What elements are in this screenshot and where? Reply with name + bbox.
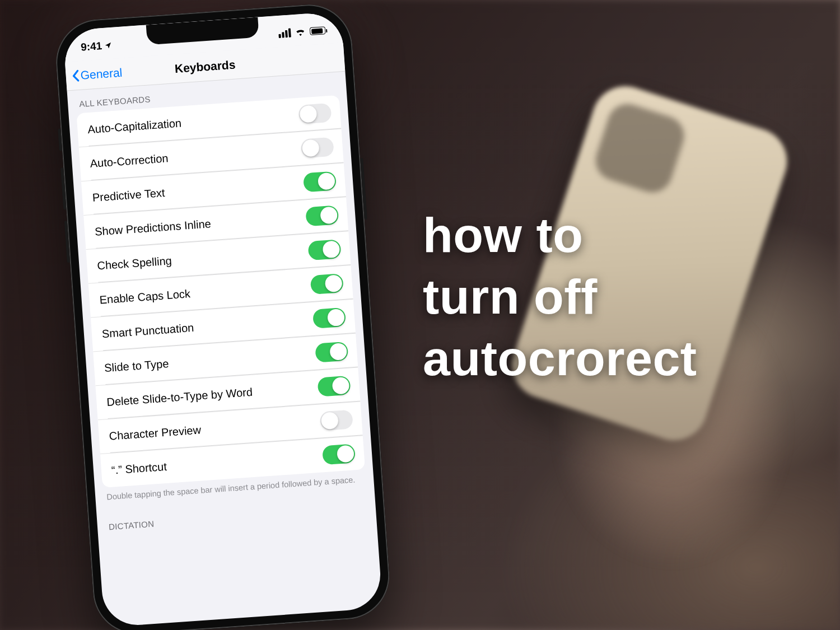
setting-label: Smart Punctuation (101, 321, 194, 340)
setting-label: Auto-Correction (90, 152, 169, 170)
location-icon (104, 41, 113, 50)
toggle-knob (300, 105, 318, 123)
thumbnail-canvas: how to turn off autocrorect 9:41 (0, 0, 840, 630)
cellular-icon (278, 28, 291, 38)
setting-label: Show Predictions Inline (94, 217, 211, 238)
toggle-knob (332, 377, 349, 395)
nav-title: Keyboards (174, 58, 236, 76)
toggle-knob (321, 412, 339, 430)
toggle-knob (320, 206, 338, 224)
setting-label: Delete Slide-to-Type by Word (106, 385, 253, 408)
status-right-icons (278, 26, 326, 38)
headline-text: how to turn off autocrorect (423, 204, 697, 389)
toggle-switch[interactable] (310, 273, 344, 295)
toggle-knob (325, 274, 343, 292)
toggle-switch[interactable] (298, 103, 332, 124)
toggle-knob (327, 309, 345, 326)
iphone-screen: 9:41 (63, 11, 382, 627)
toggle-switch[interactable] (307, 239, 341, 260)
toggle-switch[interactable] (320, 409, 353, 431)
toggle-knob (302, 139, 320, 157)
iphone-frame: 9:41 (53, 2, 392, 630)
toggle-switch[interactable] (317, 376, 351, 397)
setting-label: Check Spelling (97, 254, 172, 272)
setting-label: Slide to Type (104, 357, 169, 375)
setting-label: Predictive Text (92, 186, 165, 204)
settings-content[interactable]: ALL KEYBOARDS Auto-CapitalizationAuto-Co… (67, 72, 376, 536)
toggle-switch[interactable] (312, 307, 346, 329)
setting-label: Enable Caps Lock (99, 287, 191, 306)
back-label: General (80, 66, 123, 82)
chevron-left-icon (71, 69, 80, 82)
headline-line-2: turn off (423, 266, 697, 328)
setting-label: “.” Shortcut (111, 460, 167, 477)
toggle-knob (329, 343, 347, 361)
setting-label: Character Preview (109, 423, 202, 442)
toggle-knob (337, 445, 354, 463)
toggle-switch[interactable] (303, 171, 337, 193)
battery-icon (310, 26, 326, 35)
toggle-switch[interactable] (322, 444, 356, 465)
back-button[interactable]: General (71, 58, 123, 90)
headline-line-1: how to (423, 204, 697, 266)
keyboard-settings-group: Auto-CapitalizationAuto-CorrectionPredic… (76, 95, 365, 488)
setting-label: Auto-Capitalization (87, 116, 182, 136)
toggle-switch[interactable] (305, 205, 339, 226)
toggle-switch[interactable] (315, 342, 348, 363)
status-time: 9:41 (80, 40, 102, 54)
toggle-knob (322, 240, 340, 258)
headline-line-3: autocrorect (423, 328, 697, 389)
iphone-device: 9:41 (53, 2, 392, 630)
status-time-area: 9:41 (80, 39, 112, 54)
wifi-icon (295, 28, 306, 36)
toggle-switch[interactable] (301, 137, 334, 158)
toggle-knob (318, 172, 335, 190)
